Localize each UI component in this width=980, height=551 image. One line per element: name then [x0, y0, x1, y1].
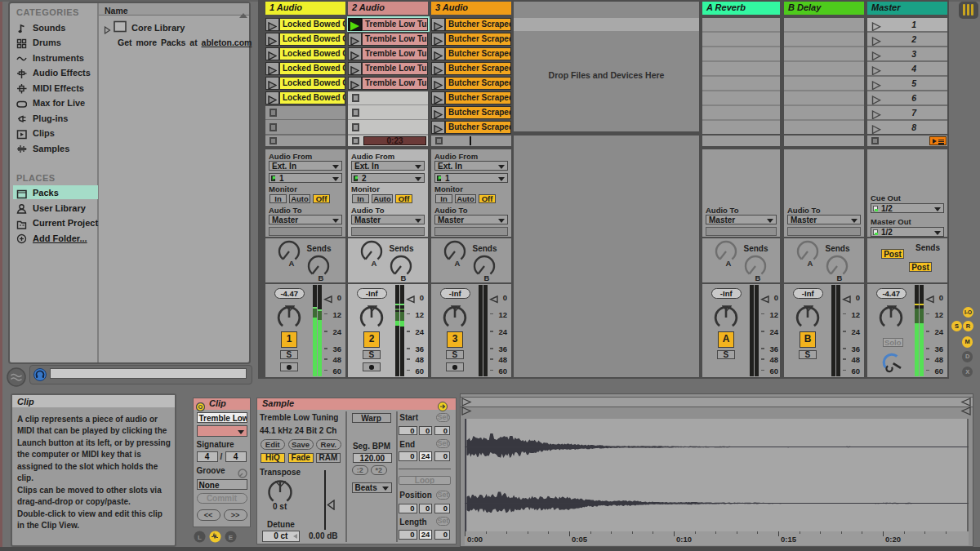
- svg-text:E: E: [229, 534, 234, 541]
- svg-text:L: L: [198, 534, 202, 541]
